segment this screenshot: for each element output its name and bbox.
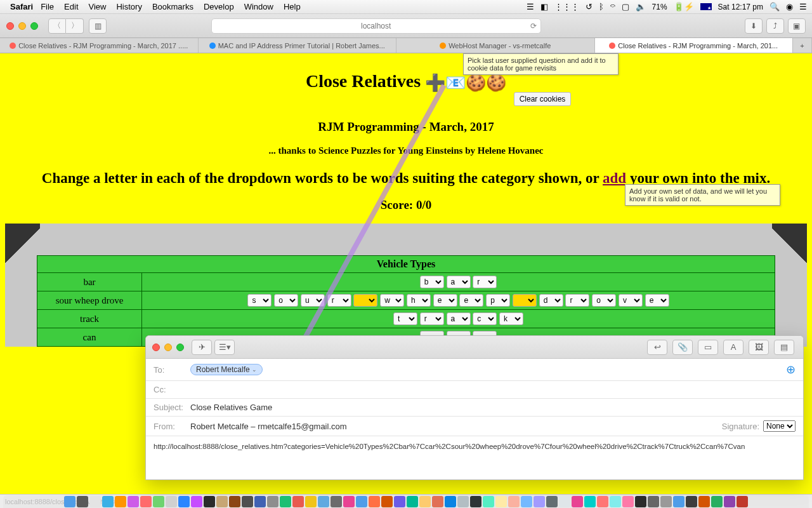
menu-help[interactable]: Help [284, 2, 301, 11]
dock-app-icon[interactable] [191, 496, 202, 507]
dock-app-icon[interactable] [369, 496, 380, 507]
spotlight-icon[interactable]: 🔍 [769, 2, 780, 11]
dock-app-icon[interactable] [546, 496, 558, 507]
letter-select[interactable]: r [473, 276, 497, 288]
dock-app-icon[interactable] [343, 496, 355, 507]
font-button[interactable]: A [723, 340, 743, 355]
letter-select[interactable]: a [447, 312, 471, 325]
mail-close-button[interactable] [152, 344, 160, 351]
dock-app-icon[interactable] [229, 496, 240, 507]
list-button[interactable]: ▤ [774, 340, 794, 355]
dock-app-icon[interactable] [610, 496, 621, 507]
menu-view[interactable]: View [89, 2, 107, 11]
address-bar[interactable]: localhost ⟳ [211, 18, 541, 34]
menu-develop[interactable]: Develop [204, 2, 234, 11]
add-link[interactable]: add [603, 170, 626, 186]
mail-minimize-button[interactable] [164, 344, 172, 351]
dock-app-icon[interactable] [166, 496, 177, 507]
from-value[interactable]: Robert Metcalfe – rmetcalfe15@gmail.com [190, 422, 347, 431]
dock-app-icon[interactable] [457, 496, 469, 507]
clear-cookies-button[interactable]: Clear cookies [514, 92, 572, 106]
dock-app-icon[interactable] [432, 496, 443, 507]
maximize-window-button[interactable] [30, 22, 38, 30]
reload-icon[interactable]: ⟳ [530, 22, 537, 30]
dock-app-icon[interactable] [178, 496, 190, 507]
dock-app-icon[interactable] [572, 496, 583, 507]
browser-tab[interactable]: Close Relatives - RJM Programming - Marc… [0, 38, 199, 53]
mail-content[interactable]: http://localhost:8888/close_relatives.ht… [146, 436, 803, 457]
letter-select[interactable]: o [592, 294, 616, 307]
mail-maximize-button[interactable] [176, 344, 184, 351]
airplay-icon[interactable]: ▢ [622, 2, 629, 11]
dock-app-icon[interactable] [64, 496, 75, 507]
letter-select[interactable]: e [433, 294, 457, 307]
letter-select[interactable]: h [407, 294, 431, 307]
menu-edit[interactable]: Edit [64, 2, 78, 11]
add-contact-button[interactable]: ⊕ [786, 363, 796, 377]
downloads-button[interactable]: ⬇ [745, 18, 763, 34]
attach-button[interactable]: 📎 [672, 340, 693, 355]
menuextra-icon[interactable]: ◧ [540, 2, 548, 11]
dock-app-icon[interactable] [737, 496, 748, 507]
dock-app-icon[interactable] [394, 496, 405, 507]
letter-select[interactable]: p [486, 294, 510, 307]
dock-app-icon[interactable] [305, 496, 317, 507]
dock-app-icon[interactable] [534, 496, 545, 507]
sidebar-button[interactable]: ▥ [89, 18, 107, 34]
letter-select[interactable]: k [499, 312, 523, 325]
close-window-button[interactable] [6, 22, 14, 30]
back-button[interactable]: 〈 [48, 18, 66, 34]
dock-app-icon[interactable] [356, 496, 367, 507]
dock-app-icon[interactable] [660, 496, 672, 507]
dock-app-icon[interactable] [115, 496, 126, 507]
dock-app-icon[interactable] [280, 496, 291, 507]
letter-select[interactable]: b [420, 276, 444, 288]
dock-app-icon[interactable] [102, 496, 114, 507]
letter-select[interactable]: a [447, 276, 471, 288]
dock-app-icon[interactable] [673, 496, 684, 507]
dock-app-icon[interactable] [635, 496, 646, 507]
reply-button[interactable]: ↩ [647, 340, 667, 355]
browser-tab[interactable]: MAC and IP Address Primer Tutorial | Rob… [199, 38, 397, 53]
letter-select[interactable]: u [301, 294, 325, 307]
bluetooth-icon[interactable]: ᛒ [599, 2, 604, 11]
menu-file[interactable]: File [41, 2, 54, 11]
dock-app-icon[interactable] [77, 496, 88, 507]
menuextra-icon[interactable]: ☰ [527, 2, 534, 11]
tabs-button[interactable]: ▣ [788, 18, 806, 34]
minimize-window-button[interactable] [18, 22, 26, 30]
letter-select[interactable] [353, 294, 377, 307]
dock-app-icon[interactable] [419, 496, 431, 507]
dock-app-icon[interactable] [521, 496, 532, 507]
menu-window[interactable]: Window [244, 2, 273, 11]
timemachine-icon[interactable]: ↺ [586, 2, 593, 11]
letter-select[interactable]: e [645, 294, 669, 307]
dock-app-icon[interactable] [140, 496, 152, 507]
dock-app-icon[interactable] [381, 496, 393, 507]
dock-app-icon[interactable] [445, 496, 456, 507]
letter-select[interactable]: r [420, 312, 444, 325]
dock-app-icon[interactable] [483, 496, 494, 507]
volume-icon[interactable]: 🔈 [636, 2, 646, 11]
dock-app-icon[interactable] [254, 496, 266, 507]
letter-select[interactable]: r [327, 294, 351, 307]
share-button[interactable]: ⤴ [766, 18, 784, 34]
photo-button[interactable]: 🖼 [749, 340, 769, 355]
dock-app-icon[interactable] [267, 496, 278, 507]
siri-icon[interactable]: ◉ [786, 2, 793, 11]
wifi-icon[interactable]: ⌔ [610, 2, 615, 11]
subject-field[interactable]: Close Relatives Game [190, 403, 272, 412]
dock-app-icon[interactable] [508, 496, 520, 507]
letter-select[interactable]: d [539, 294, 563, 307]
letter-select[interactable] [513, 294, 537, 307]
letter-select[interactable]: t [393, 312, 417, 325]
dock-app-icon[interactable] [622, 496, 634, 507]
to-recipient[interactable]: Robert Metcalfe [190, 364, 263, 375]
dock-app-icon[interactable] [318, 496, 329, 507]
format-button[interactable]: ▭ [698, 340, 718, 355]
dock-app-icon[interactable] [648, 496, 659, 507]
dock-app-icon[interactable] [495, 496, 507, 507]
dock-app-icon[interactable] [711, 496, 723, 507]
menuextra-icon[interactable]: ⋮⋮⋮ [554, 2, 579, 11]
new-tab-button[interactable]: + [793, 38, 812, 53]
